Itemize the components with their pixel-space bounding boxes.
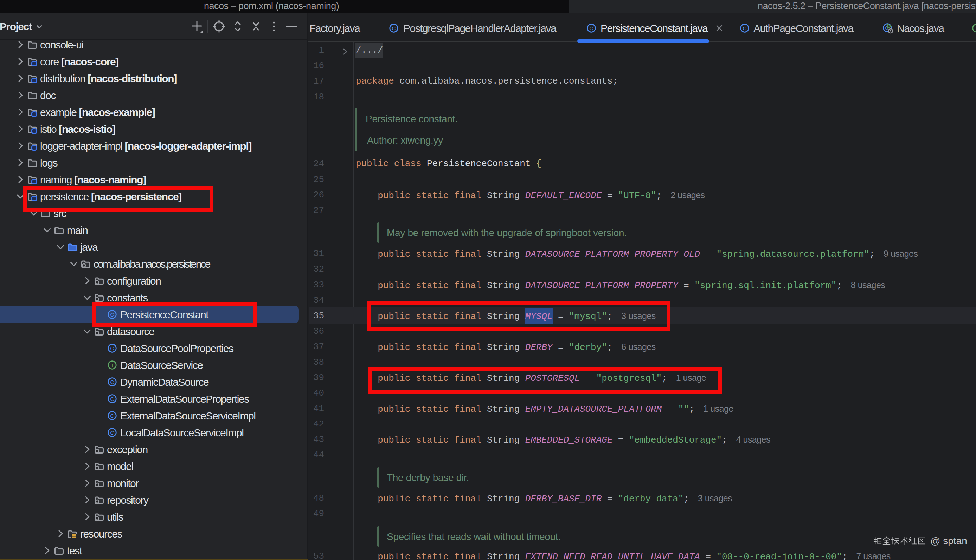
svg-text:C: C xyxy=(110,413,114,419)
svg-text:C: C xyxy=(110,430,114,436)
svg-text:C: C xyxy=(110,345,114,351)
svg-text:I: I xyxy=(112,362,113,368)
svg-text:C: C xyxy=(590,25,593,31)
svg-text:C: C xyxy=(110,396,114,402)
svg-text:C: C xyxy=(392,25,396,31)
svg-text:C: C xyxy=(743,25,747,31)
svg-text:C: C xyxy=(110,379,114,385)
